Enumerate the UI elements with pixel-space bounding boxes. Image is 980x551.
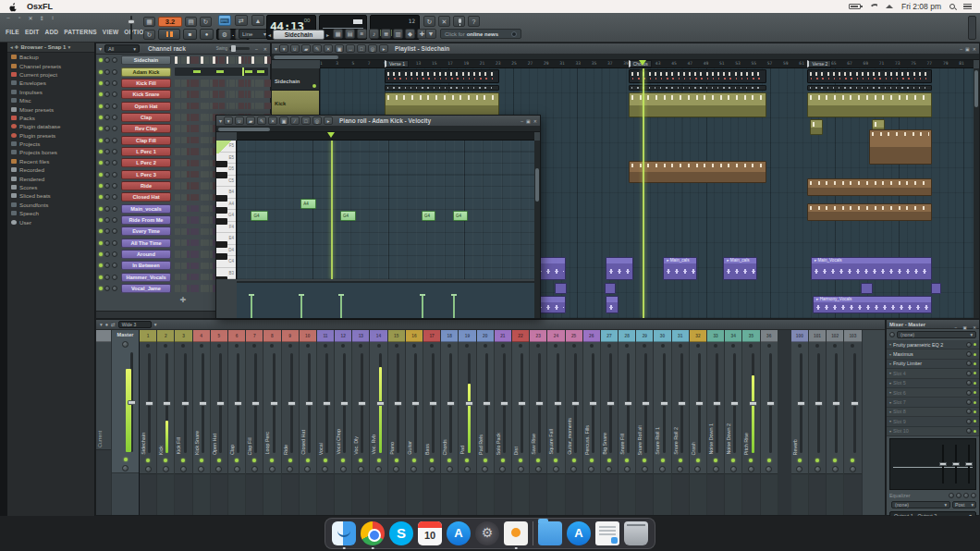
step-cell[interactable]: [178, 239, 180, 247]
channel-button[interactable]: L Perc 2: [121, 158, 171, 167]
maximize-icon[interactable]: ▣: [526, 118, 531, 124]
mute-led[interactable]: [211, 457, 227, 464]
velocity-lane[interactable]: [237, 281, 534, 318]
step-cell[interactable]: [187, 205, 190, 213]
mixer-strip-28[interactable]: 28Snare Fill: [619, 330, 636, 515]
eq-knob[interactable]: [971, 493, 976, 498]
mixer-strip-27[interactable]: 27Big Snare: [601, 330, 619, 515]
volume-knob[interactable]: [112, 92, 117, 97]
channel-led[interactable]: [99, 139, 103, 142]
mixer-strip-29[interactable]: 29Snare Roll alt: [636, 330, 654, 515]
browser-item-channel-presets[interactable]: Channel presets: [7, 61, 94, 69]
channel-button[interactable]: Open Hat: [121, 102, 171, 111]
channel-led[interactable]: [99, 127, 103, 130]
step-sequencer[interactable]: [175, 78, 270, 89]
step-cell[interactable]: [178, 114, 180, 121]
step-cell[interactable]: [241, 56, 244, 64]
pan-knob[interactable]: [601, 464, 618, 473]
close-icon[interactable]: ✕: [533, 118, 537, 124]
pan-knob[interactable]: [104, 206, 110, 212]
channel-led[interactable]: [99, 195, 103, 199]
channel-led[interactable]: [99, 92, 103, 96]
step-cell[interactable]: [206, 274, 209, 281]
step-cell[interactable]: [248, 56, 251, 64]
mixer-strip-35[interactable]: 35Pitch Rise: [742, 330, 760, 515]
channel-rack-icon[interactable]: ▦: [333, 29, 343, 39]
preview-icon[interactable]: ▸: [324, 116, 333, 125]
pan-knob[interactable]: [459, 464, 475, 473]
step-cell[interactable]: [261, 91, 263, 98]
marker-verse-1[interactable]: Verse 1: [385, 60, 409, 67]
step-cell[interactable]: [187, 148, 190, 155]
fader-handle[interactable]: [749, 401, 757, 406]
slot-enable-led[interactable]: [974, 410, 976, 413]
volume-knob[interactable]: [112, 275, 117, 280]
mute-led[interactable]: [566, 457, 582, 464]
mixer-strip-current[interactable]: Current: [96, 330, 112, 515]
piano-note[interactable]: G4: [340, 211, 356, 221]
step-cell[interactable]: [178, 56, 180, 64]
apple-menu-icon[interactable]: [8, 2, 18, 12]
stereo-knob[interactable]: [112, 463, 139, 472]
volume-knob[interactable]: [112, 104, 117, 109]
pan-knob[interactable]: [477, 464, 494, 473]
velocity-bar[interactable]: [251, 294, 252, 318]
dock-icon-trash[interactable]: [624, 521, 648, 545]
mute-led[interactable]: [583, 457, 600, 464]
channel-led[interactable]: [99, 173, 103, 177]
mute-led[interactable]: [423, 457, 440, 464]
step-cell[interactable]: [206, 263, 209, 270]
pan-knob[interactable]: [619, 464, 635, 473]
channel-led[interactable]: [99, 81, 103, 85]
fader-handle[interactable]: [340, 401, 349, 406]
track-header-sidechain[interactable]: Sidechain: [272, 68, 319, 91]
step-cell[interactable]: [248, 91, 251, 98]
step-cell[interactable]: [196, 239, 199, 247]
mute-icon[interactable]: ▣: [335, 44, 344, 53]
browser-item-scores[interactable]: Scores: [7, 183, 94, 191]
piano-black-key[interactable]: [216, 276, 227, 280]
fader-handle[interactable]: [500, 401, 508, 406]
step-cell[interactable]: [248, 103, 251, 110]
piano-black-key[interactable]: [216, 218, 227, 225]
pan-knob[interactable]: [246, 464, 263, 473]
clip-steps[interactable]: [385, 69, 499, 83]
mute-led[interactable]: [228, 457, 245, 464]
close-icon[interactable]: ✕: [263, 46, 267, 52]
pan-knob[interactable]: [844, 464, 861, 473]
mixer-strip-103[interactable]: 103: [844, 330, 862, 515]
mixer-strip-21[interactable]: 21Solo Pack: [495, 330, 512, 515]
mixer-strip-16[interactable]: 16Guitar: [406, 330, 423, 515]
clip-audio[interactable]: ▸ Main_Vocals: [811, 257, 933, 281]
piano-note[interactable]: G4: [251, 211, 268, 221]
mixer-strip-6[interactable]: 6Clap: [228, 330, 246, 515]
pan-knob[interactable]: [441, 464, 458, 473]
clip-steps[interactable]: [629, 69, 766, 83]
fader-handle[interactable]: [713, 401, 721, 406]
browser-item-current-project[interactable]: Current project: [7, 70, 94, 79]
sync-icon[interactable]: ↻: [143, 30, 155, 40]
volume-knob[interactable]: [112, 149, 117, 154]
mixer-strip-7[interactable]: 7Clap Fill: [246, 330, 263, 515]
pan-knob[interactable]: [104, 126, 110, 131]
step-cell[interactable]: [187, 125, 190, 132]
channel-led[interactable]: [99, 241, 103, 245]
pan-knob[interactable]: [636, 464, 653, 473]
pan-knob[interactable]: [104, 57, 110, 63]
mixer-strip-102[interactable]: 102: [827, 330, 844, 515]
pan-knob[interactable]: [791, 464, 808, 473]
fader-handle[interactable]: [323, 401, 331, 406]
pan-knob[interactable]: [317, 464, 334, 473]
minimize-icon[interactable]: –: [960, 46, 962, 52]
step-cell[interactable]: [196, 182, 199, 190]
clip-stub[interactable]: [861, 283, 873, 294]
step-cell[interactable]: [187, 216, 190, 224]
slot-mix-knob[interactable]: [966, 409, 972, 414]
menu-patterns[interactable]: PATTERNS: [64, 29, 97, 35]
step-cell[interactable]: [196, 263, 199, 270]
dock-icon-system-preferences[interactable]: ⚙: [475, 521, 499, 545]
mixer-strip-5[interactable]: 5Open Hat: [211, 330, 228, 515]
eq-band-slider[interactable]: [942, 445, 944, 484]
step-cell[interactable]: [187, 137, 190, 144]
piano-roll-ruler[interactable]: [237, 132, 534, 141]
